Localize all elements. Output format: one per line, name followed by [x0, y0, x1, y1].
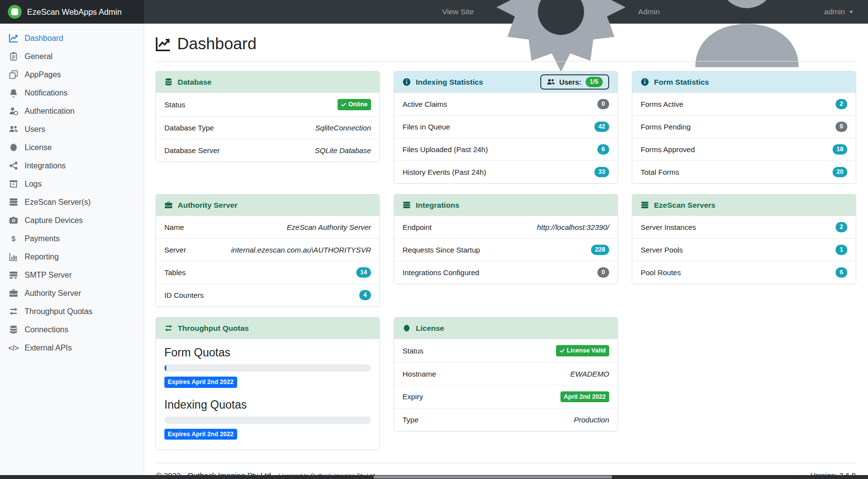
row-label: Forms Pending [641, 122, 691, 132]
card-row: NameEzeScan Authority Server [156, 216, 379, 238]
row-label: Integrations Configured [403, 267, 479, 278]
people-icon [547, 78, 555, 86]
card-header: Form Statistics [632, 71, 856, 93]
swap-icon [9, 307, 18, 316]
users-button[interactable]: Users:1/5 [540, 74, 609, 90]
license-icon [403, 324, 411, 332]
sidebar-item-ezescan-server-s[interactable]: EzeScan Server(s) [0, 193, 144, 211]
card-form-statistics: Form StatisticsForms Active2Forms Pendin… [632, 71, 856, 184]
card-ezescan-servers: EzeScan ServersServer Instances2Server P… [632, 194, 856, 284]
sidebar-item-label: Logs [25, 179, 42, 189]
card-row: Database ServerSQLite Database [156, 139, 379, 161]
row-label: History Events (Past 24h) [403, 167, 486, 177]
row-label: Server Instances [641, 222, 696, 232]
count-badge: 0 [836, 122, 847, 132]
row-label: Requests Since Startup [403, 245, 480, 255]
server-icon [403, 201, 411, 209]
nav-link-view-site[interactable]: View Site [442, 7, 474, 16]
count-badge: 228 [591, 245, 609, 255]
sidebar-item-throughput-quotas[interactable]: Throughput Quotas [0, 302, 144, 320]
row-label: Total Forms [641, 167, 679, 177]
sidebar-item-capture-devices[interactable]: Capture Devices [0, 211, 144, 229]
sidebar-item-smtp-server[interactable]: SMTP Server [0, 266, 144, 284]
navbar-links: View SiteAdminadmin [442, 0, 868, 24]
caret-down-icon [849, 11, 853, 13]
status-badge: License Valid [556, 345, 609, 356]
card-throughput-quotas: Throughput QuotasForm QuotasExpires Apri… [155, 317, 380, 450]
sidebar-item-integrations[interactable]: Integrations [0, 157, 144, 175]
card-title: License [416, 324, 444, 333]
quotas-body: Form QuotasExpires April 2nd 2022Indexin… [156, 339, 379, 449]
nav-link-label: Admin [638, 7, 660, 16]
sidebar-item-logs[interactable]: Logs [0, 175, 144, 193]
sidebar-item-reporting[interactable]: Reporting [0, 248, 144, 266]
card-title: Indexing Statistics [416, 78, 483, 87]
card-header: EzeScan Servers [632, 194, 856, 216]
card-header: License [394, 318, 618, 339]
row-value: http://localhost:32390/ [537, 222, 609, 232]
sidebar-item-label: SMTP Server [25, 270, 72, 280]
horizontal-scrollbar[interactable] [0, 475, 868, 479]
card-title: Database [178, 78, 212, 87]
sidebar-item-label: Integrations [25, 160, 66, 171]
sidebar-item-users[interactable]: Users [0, 120, 144, 138]
row-label: Endpoint [403, 222, 432, 232]
sidebar-item-authority-server[interactable]: Authority Server [0, 284, 144, 302]
row-value: SQLite Database [315, 145, 371, 156]
sidebar-item-external-apis[interactable]: </>External APIs [0, 339, 144, 357]
status-badge-label: April 2nd 2022 [564, 394, 606, 400]
clipboard-icon [9, 52, 18, 61]
quota-indexing-quotas: Indexing QuotasExpires April 2nd 2022 [164, 398, 371, 440]
card-row: Database TypeSqliteConnection [156, 116, 379, 139]
count-badge: 20 [833, 167, 847, 177]
row-label: Forms Approved [641, 144, 695, 155]
count-badge: 4 [359, 290, 371, 300]
sidebar-item-label: EzeScan Server(s) [25, 197, 91, 207]
sidebar-item-general[interactable]: General [0, 47, 144, 65]
expiry-badge: Expires April 2nd 2022 [164, 377, 237, 388]
sidebar-item-connections[interactable]: Connections [0, 320, 144, 339]
sidebar-item-authentication[interactable]: Authentication [0, 102, 144, 120]
app-title: EzeScan WebApps Admin [27, 7, 122, 17]
app-brand[interactable]: EzeScan WebApps Admin [0, 0, 144, 24]
users-count-badge: 1/5 [586, 77, 603, 87]
card-row: Integrations Configured0 [394, 261, 618, 284]
sidebar-item-dashboard[interactable]: Dashboard [0, 29, 144, 47]
sidebar-item-label: AppPages [25, 69, 61, 80]
box-icon [9, 179, 18, 189]
card-database: DatabaseStatusOnlineDatabase TypeSqliteC… [155, 71, 380, 162]
row-label: Database Server [164, 145, 220, 156]
sidebar-item-label: Reporting [25, 252, 59, 262]
card-row: StatusOnline [156, 93, 379, 116]
row-label: Pool Routes [641, 267, 681, 278]
graph-icon [9, 33, 18, 43]
row-label: ID Counters [164, 290, 204, 300]
people-icon [9, 125, 18, 134]
quota-title: Form Quotas [164, 346, 371, 359]
briefcase-icon [164, 201, 173, 209]
card-row: Endpointhttp://localhost:32390/ [394, 216, 618, 238]
sidebar-item-label: Throughput Quotas [25, 306, 93, 317]
scrollbar-thumb[interactable] [373, 476, 612, 479]
sidebar-item-label: External APIs [25, 343, 72, 353]
row-value: internal.ezescan.com.au\AUTHORITYSVR [231, 245, 371, 255]
ezescan-logo-icon [8, 5, 22, 19]
sidebar-item-payments[interactable]: $Payments [0, 229, 144, 248]
person-badge-icon [9, 106, 18, 116]
check-icon [341, 102, 346, 107]
card-row: Files Uploaded (Past 24h)6 [394, 138, 618, 160]
sidebar-item-notifications[interactable]: Notifications [0, 84, 144, 102]
row-label: Status [403, 346, 424, 356]
cards-grid: DatabaseStatusOnlineDatabase TypeSqliteC… [155, 71, 856, 450]
sidebar-item-apppages[interactable]: AppPages [0, 65, 144, 84]
row-value: EzeScan Authority Server [287, 222, 371, 232]
quota-progress-bar [164, 364, 371, 372]
card-header: Authority Server [156, 194, 379, 216]
briefcase-icon [9, 288, 18, 298]
status-badge-label: License Valid [567, 348, 606, 354]
check-icon [559, 348, 565, 353]
sidebar-item-license[interactable]: License [0, 138, 144, 157]
status-badge: April 2nd 2022 [560, 391, 609, 403]
card-row: Pool Routes6 [632, 261, 856, 284]
info-icon [641, 78, 649, 86]
